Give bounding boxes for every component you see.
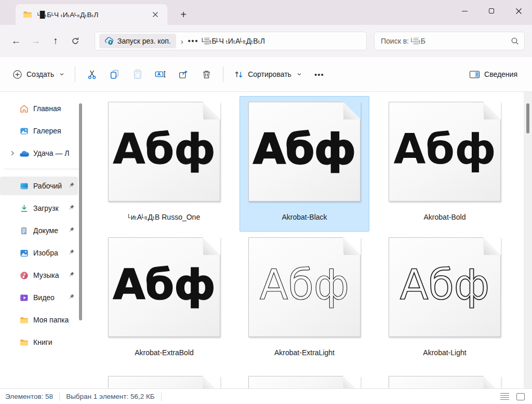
status-bar: Элементов: 58 Выбран 1 элемент: 56,2 КБ — [0, 388, 532, 404]
up-button[interactable]: ↑ — [46, 32, 65, 50]
desktop-icon — [19, 182, 29, 191]
maximize-button[interactable] — [478, 0, 505, 22]
font-file-thumbnail: Абф — [389, 237, 501, 337]
refresh-icon — [71, 36, 80, 46]
chevron-right-icon[interactable] — [6, 150, 19, 156]
chevron-down-icon — [297, 72, 302, 77]
paste-icon — [132, 69, 143, 79]
scissors-icon — [87, 69, 97, 79]
plus-circle-icon — [12, 70, 22, 79]
search-box[interactable]: Поиск в: ᴸ▒ₜБ — [374, 32, 525, 50]
explorer-tab[interactable]: ᴸ█ₜБᴸЧ ₜИₜАᴸₗₜДₜВₜЛ — [16, 4, 167, 25]
onedrive-sync-icon — [104, 36, 114, 46]
navigation-pane: Главная Галерея Удача — Л Рабочий — [0, 92, 86, 388]
file-tile[interactable]: Абф Akrobat-Bold — [380, 96, 510, 232]
font-file-thumbnail: Абф — [248, 237, 361, 337]
file-name: Akrobat-Light — [380, 348, 509, 357]
sidebar-item-label: Моя папка — [33, 316, 78, 324]
scrollbar-thumb[interactable] — [526, 103, 529, 133]
tab-bar: ᴸ█ₜБᴸЧ ₜИₜАᴸₗₜДₜВₜЛ + — [0, 0, 532, 25]
font-file-thumbnail — [108, 376, 220, 388]
minimize-button[interactable] — [451, 0, 478, 22]
forward-button[interactable]: → — [26, 32, 46, 50]
pin-icon — [68, 249, 75, 255]
tab-close-icon[interactable] — [149, 8, 162, 21]
sidebar-item-desktop[interactable]: Рабочий — [0, 177, 78, 195]
paste-button[interactable] — [126, 64, 149, 85]
toolbar-divider — [75, 66, 75, 82]
file-tile[interactable]: Абф Akrobat-Light — [380, 232, 510, 367]
file-tile-partial[interactable] — [240, 367, 369, 388]
search-placeholder: Поиск в: ᴸ▒ₜБ — [381, 37, 511, 45]
home-icon — [19, 104, 29, 113]
new-button[interactable]: Создать — [7, 65, 70, 84]
new-tab-button[interactable]: + — [175, 6, 192, 23]
explorer-window: ᴸ█ₜБᴸЧ ₜИₜАᴸₗₜДₜВₜЛ + ← → ↑ Запуск рез. … — [0, 0, 532, 404]
new-button-label: Создать — [26, 70, 54, 78]
list-view-button[interactable] — [500, 393, 509, 400]
pin-icon — [68, 271, 75, 278]
details-pane-button[interactable]: Сведения — [464, 65, 523, 84]
navigation-bar: ← → ↑ Запуск рез. коп. › ••• ᴸ▒ₜБᴸЧ ₜИₜА… — [0, 25, 532, 57]
file-name: Akrobat-ExtraBold — [100, 348, 229, 357]
refresh-button[interactable] — [65, 32, 85, 50]
cut-button[interactable] — [81, 64, 103, 85]
breadcrumb-chip[interactable]: Запуск рез. коп. — [99, 34, 176, 48]
file-tile-partial[interactable] — [99, 367, 229, 388]
address-bar[interactable]: Запуск рез. коп. › ••• ᴸ▒ₜБᴸЧ ₜИₜАᴸₗₜДₜВ… — [95, 32, 367, 50]
breadcrumb-current-folder[interactable]: ᴸ▒ₜБᴸЧ ₜИₜАᴸₗₜДₜВₜЛ — [202, 37, 265, 45]
toolbar-divider — [223, 66, 223, 82]
minimize-icon — [462, 11, 468, 11]
folder-icon — [19, 338, 29, 347]
file-name: Akrobat-ExtraLight — [240, 348, 369, 357]
back-button[interactable]: ← — [6, 32, 26, 50]
pin-icon — [68, 204, 75, 211]
delete-button[interactable] — [195, 64, 218, 85]
details-pane-icon — [469, 70, 480, 79]
breadcrumb-overflow[interactable]: ••• — [188, 37, 199, 45]
file-tile[interactable]: Абф ᴸиₜАᴸₗₜДₜВ Russo_One — [99, 96, 229, 232]
search-icon — [511, 37, 519, 45]
copy-button[interactable] — [103, 64, 126, 85]
sidebar-item-videos[interactable]: Видео — [0, 288, 78, 307]
maximize-icon — [489, 8, 494, 14]
file-tile-selected[interactable]: Абф Akrobat-Black — [240, 96, 369, 232]
file-tile[interactable]: Абф Akrobat-ExtraLight — [240, 232, 369, 367]
window-controls — [451, 0, 532, 22]
gallery-icon — [19, 127, 29, 136]
thumbnail-view-button[interactable] — [516, 393, 525, 400]
rename-icon — [155, 69, 166, 79]
sort-button-label: Сортировать — [248, 70, 291, 78]
share-button[interactable] — [172, 64, 195, 85]
share-icon — [178, 69, 189, 79]
sidebar-item-gallery[interactable]: Галерея — [0, 122, 78, 140]
font-file-thumbnail: Абф — [248, 102, 361, 201]
sidebar-item-label: Главная — [33, 104, 78, 113]
status-divider — [161, 393, 162, 401]
sidebar-item-onedrive[interactable]: Удача — Л — [0, 144, 78, 163]
chevron-down-icon — [59, 72, 64, 77]
sidebar-item-downloads[interactable]: Загрузк — [0, 199, 78, 218]
file-tile-partial[interactable] — [380, 367, 510, 388]
sidebar-item-music[interactable]: Музыка — [0, 266, 78, 285]
sidebar-item-pictures[interactable]: Изобра — [0, 244, 78, 262]
file-tile[interactable]: Абф Akrobat-ExtraBold — [99, 232, 229, 367]
scrollbar-track[interactable] — [524, 92, 532, 388]
font-file-thumbnail: Абф — [108, 237, 220, 337]
sidebar-item-documents[interactable]: Докуме — [0, 221, 78, 240]
font-preview-glyph: Абф — [253, 129, 355, 170]
sidebar-item-home[interactable]: Главная — [0, 99, 78, 118]
sort-icon — [234, 70, 244, 79]
close-button[interactable] — [505, 0, 532, 22]
rename-button[interactable] — [149, 64, 172, 85]
selection-info: Выбран 1 элемент: 56,2 КБ — [66, 393, 155, 400]
status-divider — [59, 393, 60, 401]
sidebar-item-books[interactable]: Книги — [0, 333, 78, 352]
more-options-button[interactable]: ••• — [307, 66, 331, 83]
sort-button[interactable]: Сортировать — [229, 65, 307, 84]
font-preview-glyph: Абф — [113, 264, 215, 306]
font-preview-glyph: Абф — [260, 264, 349, 306]
sidebar-scrollbar[interactable] — [79, 103, 82, 320]
sidebar-item-my-folder[interactable]: Моя папка — [0, 311, 78, 329]
music-icon — [19, 271, 29, 280]
